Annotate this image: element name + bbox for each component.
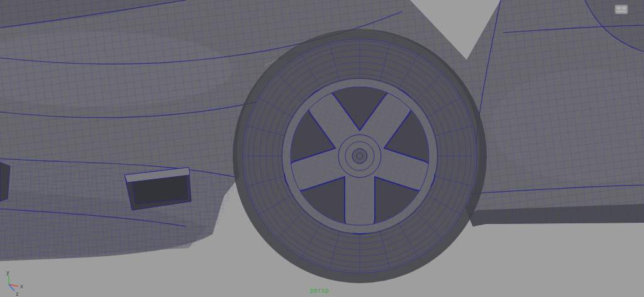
viewport-canvas[interactable]: y x z persp (0, 0, 644, 297)
maya-3d-viewport[interactable]: y x z persp (0, 0, 644, 297)
front-wheel-mesh[interactable] (243, 39, 477, 273)
axis-z-label: z (16, 291, 19, 297)
hub (338, 135, 381, 177)
axis-x-label: x (20, 284, 23, 289)
axis-y-label: y (6, 270, 9, 276)
rim (283, 79, 436, 233)
viewport-corner-icon (615, 5, 628, 14)
camera-name-label: persp (310, 287, 329, 294)
